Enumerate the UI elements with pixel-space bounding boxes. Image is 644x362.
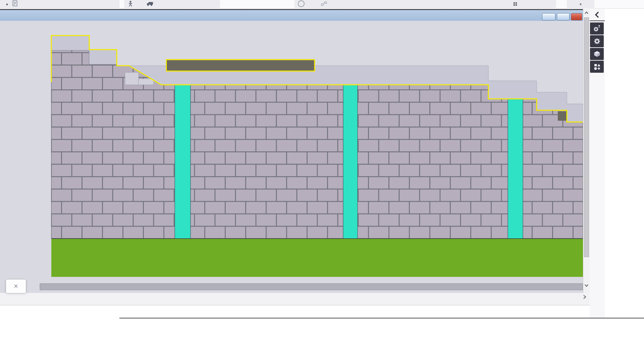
shapes-button[interactable] <box>590 61 604 73</box>
scroll-down-icon[interactable] <box>584 283 589 288</box>
column-b[interactable] <box>175 85 191 239</box>
gear-icon <box>593 37 601 45</box>
column-v[interactable] <box>343 85 358 239</box>
scroll-up-icon[interactable] <box>584 10 589 16</box>
vertical-scrollbar[interactable] <box>583 9 590 293</box>
empty-block-step <box>125 72 139 85</box>
dark-block <box>558 111 567 121</box>
column-g[interactable] <box>508 99 523 239</box>
empty-block-step <box>139 79 154 85</box>
scrollbar-thumb[interactable] <box>584 17 589 257</box>
application-window: { "ribbon": { "active_doc_label": "омпле… <box>0 0 644 362</box>
close-icon[interactable]: × <box>14 283 18 290</box>
settings-button[interactable] <box>590 35 604 47</box>
notification-popup[interactable]: × <box>6 280 26 293</box>
drawing-canvas[interactable] <box>0 0 583 293</box>
shapes-icon <box>593 63 601 71</box>
status-bar <box>0 305 644 318</box>
cube-icon <box>593 50 601 58</box>
chevron-left-icon <box>593 10 601 19</box>
status-divider <box>119 318 644 318</box>
foundation-slab[interactable] <box>40 284 583 290</box>
svg-text:?: ? <box>598 24 600 29</box>
selected-beam[interactable] <box>166 60 315 71</box>
right-side-panel: ? <box>590 9 605 318</box>
bottom-toolbar <box>0 293 590 305</box>
scroll-right-icon[interactable] <box>582 294 588 300</box>
help-settings-button[interactable]: ? <box>590 22 604 35</box>
collapse-panel-button[interactable] <box>590 9 605 21</box>
gear-question-icon: ? <box>593 24 601 33</box>
3d-view-button[interactable] <box>590 48 604 60</box>
ground-layer[interactable] <box>51 239 583 277</box>
